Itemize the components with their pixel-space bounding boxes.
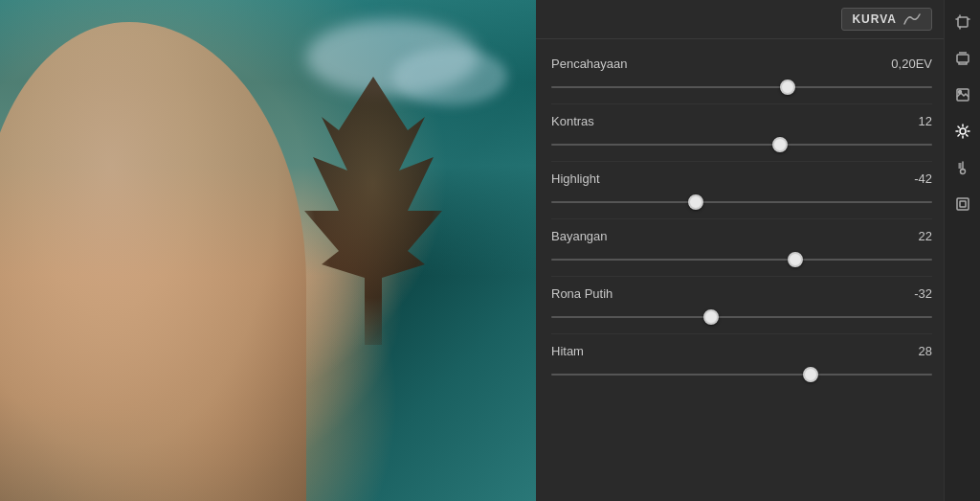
icon-panel xyxy=(944,0,980,501)
slider-thumb-bayangan[interactable] xyxy=(788,252,803,267)
temperature-icon xyxy=(955,160,970,175)
slider-value-highlight: -42 xyxy=(894,171,932,186)
slider-track-container-rona-putih[interactable] xyxy=(551,308,932,326)
slider-label-hitam: Hitam xyxy=(551,344,584,358)
slider-label-bayangan: Bayangan xyxy=(551,229,608,243)
svg-line-12 xyxy=(958,135,960,137)
slider-track-container-kontras[interactable] xyxy=(551,136,932,153)
svg-line-10 xyxy=(966,135,968,137)
sun-button[interactable] xyxy=(948,117,977,146)
slider-label-pencahayaan: Pencahayaan xyxy=(551,57,628,71)
kurva-button[interactable]: KURVA xyxy=(841,8,932,31)
slider-row-rona-putih: Rona Putih -32 xyxy=(551,277,932,334)
slider-row-kontras: Kontras 12 xyxy=(551,104,932,162)
slider-thumb-pencahayaan[interactable] xyxy=(780,80,795,95)
cloud-2 xyxy=(392,48,507,105)
slider-thumb-kontras[interactable] xyxy=(772,137,788,152)
slider-header-highlight: Highlight -42 xyxy=(551,171,932,186)
kurva-label: KURVA xyxy=(852,12,897,26)
temperature-button[interactable] xyxy=(948,153,977,182)
slider-row-pencahayaan: Pencahayaan 0,20EV xyxy=(551,47,932,104)
slider-value-kontras: 12 xyxy=(894,114,932,128)
slider-track-highlight xyxy=(551,201,932,203)
image-adjust-icon xyxy=(955,87,970,102)
crop-icon xyxy=(955,14,970,30)
slider-track-container-hitam[interactable] xyxy=(551,366,932,383)
slider-thumb-highlight[interactable] xyxy=(688,194,703,210)
slider-label-kontras: Kontras xyxy=(551,114,594,128)
slider-value-rona-putih: -32 xyxy=(894,286,932,301)
slider-row-hitam: Hitam 28 xyxy=(551,334,932,391)
slider-header-rona-putih: Rona Putih -32 xyxy=(551,286,932,301)
svg-rect-15 xyxy=(960,201,966,207)
slider-value-hitam: 28 xyxy=(894,344,932,358)
photo-panel xyxy=(0,0,536,501)
slider-value-pencahayaan: 0,20EV xyxy=(891,57,932,71)
slider-label-highlight: Highlight xyxy=(551,171,600,186)
slider-thumb-rona-putih[interactable] xyxy=(703,309,719,325)
slider-header-kontras: Kontras 12 xyxy=(551,114,932,128)
image-adjust-button[interactable] xyxy=(948,80,977,109)
layers-button[interactable] xyxy=(948,44,977,73)
slider-track-pencahayaan xyxy=(551,86,932,88)
svg-rect-14 xyxy=(957,198,969,210)
slider-track-hitam xyxy=(551,374,932,376)
slider-value-bayangan: 22 xyxy=(894,229,932,243)
svg-point-13 xyxy=(960,170,965,174)
slider-row-bayangan: Bayangan 22 xyxy=(551,219,932,277)
right-panel: KURVA Pencahayaan 0,20EV Kontras 12 xyxy=(536,0,980,501)
slider-header-bayangan: Bayangan 22 xyxy=(551,229,932,243)
controls-panel: KURVA Pencahayaan 0,20EV Kontras 12 xyxy=(536,0,944,501)
slider-label-rona-putih: Rona Putih xyxy=(551,286,612,301)
crop-button[interactable] xyxy=(948,8,977,36)
frame-icon xyxy=(955,196,970,212)
slider-header-pencahayaan: Pencahayaan 0,20EV xyxy=(551,57,932,71)
svg-line-9 xyxy=(958,126,960,128)
svg-rect-0 xyxy=(958,17,968,27)
svg-rect-1 xyxy=(957,55,969,62)
svg-point-3 xyxy=(958,91,961,94)
slider-row-highlight: Highlight -42 xyxy=(551,162,932,219)
slider-track-container-pencahayaan[interactable] xyxy=(551,79,932,96)
sliders-area: Pencahayaan 0,20EV Kontras 12 Highlight … xyxy=(536,39,944,501)
slider-thumb-hitam[interactable] xyxy=(803,367,818,382)
slider-track-container-highlight[interactable] xyxy=(551,194,932,211)
slider-track-rona-putih xyxy=(551,316,932,318)
slider-track-bayangan xyxy=(551,259,932,261)
slider-track-kontras xyxy=(551,144,932,146)
kurva-curve-icon xyxy=(902,12,922,26)
top-bar: KURVA xyxy=(536,0,944,39)
slider-track-container-bayangan[interactable] xyxy=(551,251,932,268)
svg-point-4 xyxy=(960,128,966,134)
layers-icon xyxy=(955,51,970,66)
frame-button[interactable] xyxy=(948,190,977,218)
sun-icon xyxy=(955,124,970,139)
svg-line-11 xyxy=(966,126,968,128)
slider-header-hitam: Hitam 28 xyxy=(551,344,932,358)
